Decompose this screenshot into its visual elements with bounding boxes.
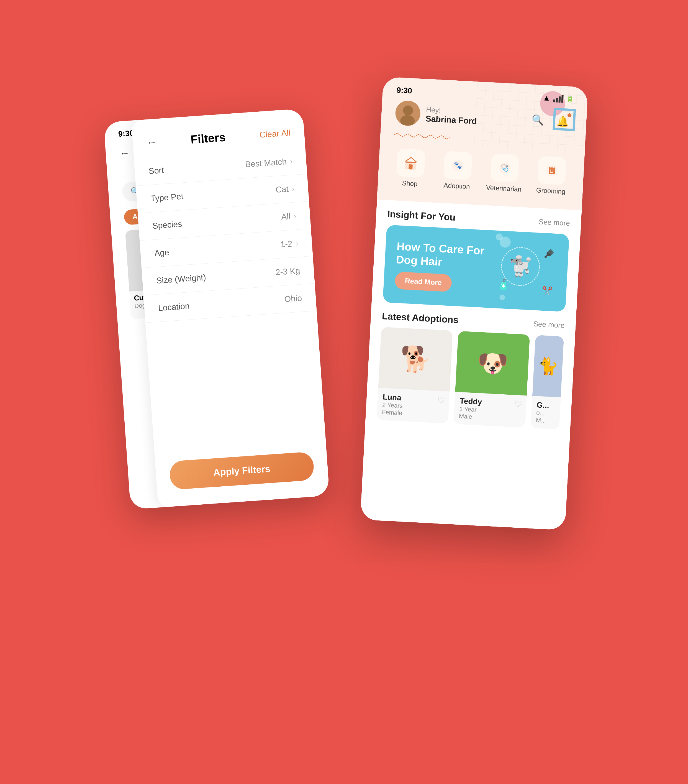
- shop-icon-container: [396, 148, 425, 177]
- scene: 9:30 ▲ 🔋 ← Shop Fin: [95, 59, 593, 725]
- insight-card-title: How To Care For Dog Hair: [396, 239, 491, 271]
- filter-value-type: Cat ›: [275, 184, 295, 194]
- time-front: 9:30: [396, 86, 412, 96]
- nav-label-adoption: Adoption: [443, 181, 470, 190]
- shop-icon: [404, 156, 418, 170]
- nav-item-adoption[interactable]: 🐾 Adoption: [433, 150, 482, 191]
- adoption-card-third[interactable]: 🐈 G... 0... M...: [530, 335, 564, 429]
- grooming-icon-container: [537, 156, 566, 185]
- chevron-species-icon: ›: [294, 211, 297, 220]
- adoptions-section-title: Latest Adoptions: [382, 310, 459, 325]
- third-info: G... 0... M...: [530, 396, 561, 429]
- nav-item-shop[interactable]: Shop: [386, 148, 435, 188]
- battery-front-icon: 🔋: [566, 96, 574, 103]
- third-img: 🐈: [532, 335, 564, 397]
- teddy-icon: 🐶: [476, 348, 509, 379]
- svg-rect-11: [549, 167, 551, 173]
- greeting-text: Hey! Sabrina Ford: [425, 105, 478, 126]
- read-more-btn[interactable]: Read More: [394, 271, 452, 292]
- shop-back-arrow[interactable]: ←: [119, 147, 130, 159]
- grooming-icon: [545, 163, 559, 178]
- filter-clear-btn[interactable]: Clear All: [259, 128, 291, 139]
- filter-sheet: ← Filters Clear All Sort Best Match › Ty…: [131, 109, 330, 507]
- front-phone: 9:30 ▲ 🔋: [360, 76, 588, 530]
- adoptions-section-header: Latest Adoptions See more: [382, 310, 565, 331]
- svg-text:🐾: 🐾: [453, 161, 462, 170]
- filter-label-location: Location: [158, 301, 190, 313]
- third-gender: M...: [536, 417, 555, 425]
- filter-back-arrow[interactable]: ←: [146, 136, 157, 148]
- filter-label-age: Age: [154, 247, 169, 258]
- third-age: 0...: [536, 409, 555, 417]
- chevron-age-icon: ›: [295, 239, 298, 248]
- luna-img: 🐕: [378, 327, 453, 391]
- apply-filters-btn[interactable]: Apply Filters: [169, 451, 315, 490]
- filter-value-location: Ohio: [284, 293, 302, 304]
- greeting-left: Hey! Sabrina Ford: [395, 100, 478, 129]
- insight-image: 🐩 🧴 🪮 ✂️: [494, 241, 558, 300]
- status-icons-front: ▲ 🔋: [543, 93, 574, 104]
- teddy-info: Teddy 1 Year Male ♡: [453, 392, 527, 427]
- signal-front-icon: [553, 94, 563, 102]
- filter-label-size: Size (Weight): [156, 272, 206, 285]
- avatar[interactable]: [395, 100, 421, 126]
- third-name: G...: [537, 400, 556, 410]
- vet-icon-container: 🩺: [490, 153, 519, 182]
- nav-label-grooming: Grooming: [536, 186, 566, 195]
- search-btn[interactable]: 🔍: [528, 110, 548, 130]
- nav-icons: Shop 🐾 Adoption: [377, 142, 585, 204]
- filter-value-size: 2-3 Kg: [275, 266, 300, 277]
- insight-text-area: How To Care For Dog Hair Read More: [394, 239, 491, 294]
- svg-rect-4: [409, 164, 413, 169]
- avatar-img: [395, 100, 421, 126]
- vet-icon: 🩺: [498, 160, 512, 175]
- adoption-card-luna[interactable]: 🐕 Luna 2 Years Female ♡: [377, 327, 453, 423]
- luna-info: Luna 2 Years Female ♡: [377, 388, 450, 423]
- filter-title: Filters: [190, 130, 226, 146]
- teddy-heart-btn[interactable]: ♡: [514, 399, 523, 410]
- nav-item-vet[interactable]: 🩺 Veterinarian: [480, 153, 529, 193]
- teddy-img: 🐶: [455, 331, 530, 395]
- scissors-icon: ✂️: [542, 285, 553, 296]
- chevron-type-icon: ›: [292, 184, 295, 193]
- svg-text:🩺: 🩺: [501, 163, 509, 172]
- home-top-bg: 9:30 ▲ 🔋: [377, 76, 588, 210]
- filter-label-sort: Sort: [148, 165, 164, 176]
- corgi-icon: 🐕: [399, 344, 432, 374]
- back-phone: 9:30 ▲ 🔋 ← Shop Fin: [103, 109, 330, 509]
- spray-bottle-icon: 🧴: [497, 278, 510, 291]
- notification-dot: [568, 113, 571, 117]
- adoption-card-teddy[interactable]: 🐶 Teddy 1 Year Male ♡: [453, 331, 530, 428]
- filter-value-sort: Best Match ›: [245, 156, 293, 169]
- adoptions-see-more[interactable]: See more: [533, 320, 565, 330]
- notification-btn[interactable]: 🔔: [553, 111, 573, 132]
- insight-section-title: Insight For You: [387, 208, 456, 223]
- nav-label-vet: Veterinarian: [486, 183, 522, 193]
- svg-rect-13: [553, 167, 555, 173]
- luna-heart-btn[interactable]: ♡: [437, 395, 446, 405]
- third-pet-icon: 🐈: [537, 356, 559, 376]
- adoption-icon: 🐾: [451, 158, 465, 173]
- svg-rect-12: [551, 167, 553, 172]
- insight-section-header: Insight For You See more: [387, 208, 570, 229]
- filter-value-species: All ›: [281, 211, 296, 222]
- adoptions-grid: 🐕 Luna 2 Years Female ♡ 🐶: [377, 327, 564, 429]
- insight-see-more[interactable]: See more: [539, 217, 570, 227]
- nav-label-shop: Shop: [402, 179, 418, 188]
- comb-icon: 🪮: [544, 248, 555, 259]
- greeting-action-icons: 🔍 🔔: [528, 110, 573, 131]
- chevron-sort-icon: ›: [290, 157, 293, 166]
- adoption-icon-container: 🐾: [443, 151, 472, 180]
- filter-value-age: 1-2 ›: [280, 238, 298, 249]
- wifi-front-icon: ▲: [543, 93, 551, 102]
- nav-item-grooming[interactable]: Grooming: [527, 155, 576, 196]
- filter-label-type: Type Pet: [150, 191, 183, 203]
- home-content: Insight For You See more How To Care For…: [360, 199, 582, 530]
- insight-card[interactable]: How To Care For Dog Hair Read More 🐩 �: [383, 225, 570, 312]
- filter-label-species: Species: [152, 219, 182, 231]
